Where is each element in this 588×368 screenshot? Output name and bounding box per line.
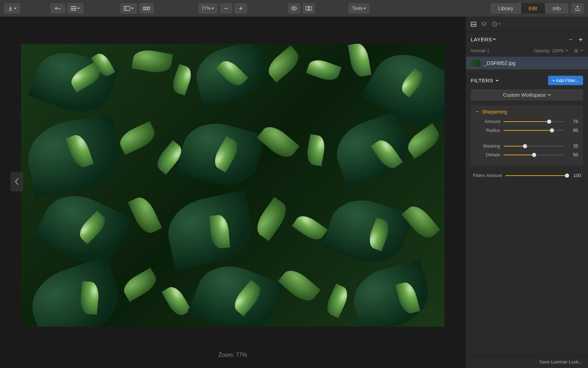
layers-panel-header[interactable]: LAYERS [466,32,588,46]
zoom-level-label: 77% [202,6,211,11]
layer-item[interactable]: _DSF8952.jpg [466,57,588,69]
share-icon [575,6,580,11]
slider-track[interactable] [504,146,564,146]
slider-label: Dehalo [476,152,500,157]
tools-label: Tools [352,6,363,11]
right-sidebar: LAYERS Normal Opacity: 100% [465,17,588,368]
undo-button[interactable] [50,3,65,14]
list-view-button[interactable] [67,3,83,14]
filters-amount-value: 100 [570,173,581,178]
add-layer-button[interactable] [578,37,583,42]
undo-icon [55,6,61,11]
compare-button[interactable] [302,3,315,14]
image-icon [471,22,476,27]
svg-rect-0 [71,6,76,7]
slider-amount: Amount 75 [476,119,578,124]
slider-value: 50 [568,152,578,157]
clock-icon [492,21,497,27]
svg-rect-13 [309,7,312,10]
compare-icon [306,6,312,11]
layer-name-label: _DSF8952.jpg [484,60,516,66]
remove-layer-button[interactable] [568,37,573,42]
chevron-down-icon [14,7,17,10]
tab-info[interactable]: Info [545,3,568,14]
svg-rect-3 [124,6,130,11]
chevron-down-icon [131,7,134,10]
mode-tabs: Library Edit Info [491,3,568,14]
filter-title-label[interactable]: Sharpening [482,109,507,115]
layers-icon [481,21,487,27]
svg-rect-15 [471,22,476,26]
add-filter-button[interactable]: + Add Filter... [548,76,583,85]
main-area: Zoom: 77% LAYERS [0,17,588,368]
workspace-label: Custom Workspace [503,92,546,98]
preview-button[interactable] [288,3,300,14]
chevron-down-icon [566,49,568,52]
chevron-down-icon [498,23,500,25]
chevron-down-icon [548,94,551,97]
opacity-value[interactable]: 100% [552,48,564,53]
blend-mode-label: Normal [471,48,485,53]
svg-rect-12 [306,7,308,10]
zoom-out-button[interactable] [220,3,232,14]
slider-dehalo: Dehalo 50 [476,152,578,157]
blend-mode-dropdown[interactable]: Normal [471,48,490,53]
chevron-down-icon [211,7,214,10]
zoom-in-button[interactable] [234,3,247,14]
slider-value: 75 [568,119,578,124]
tools-dropdown[interactable]: Tools [349,3,370,14]
chevron-down-icon [496,79,499,82]
svg-rect-5 [143,7,145,10]
sidebar-toggle-button[interactable] [120,3,137,14]
save-look-button[interactable]: Save Luminar Look... [466,355,588,368]
canvas-viewport[interactable] [0,17,465,346]
canvas-area: Zoom: 77% [0,17,465,368]
top-toolbar: 77% Tools Library Edit Info [0,0,588,17]
triangle-down-icon [476,110,479,114]
slider-masking: Masking 35 [476,143,578,149]
filter-disclosure-button[interactable] [476,110,479,114]
previous-image-button[interactable] [10,172,23,191]
sidebar-icon [124,6,130,11]
tab-edit[interactable]: Edit [521,3,545,14]
layers-title: LAYERS [471,36,492,42]
chevron-down-icon [581,49,583,52]
opacity-label: Opacity: [534,48,551,53]
chevron-left-icon [14,178,19,185]
filmstrip-icon [143,7,150,10]
updown-icon [487,49,490,53]
plus-icon [239,6,243,11]
layer-thumbnail [471,60,481,67]
slider-label: Radius [476,128,500,133]
filter-panel-sharpening: Sharpening Amount 75 Radius 80 [471,105,583,166]
svg-rect-6 [146,7,147,10]
layer-settings-button[interactable] [574,48,579,53]
svg-rect-1 [71,8,76,9]
image-preview[interactable] [21,44,444,327]
plus-icon [578,37,583,42]
minus-icon [568,37,573,42]
sidebar-tabs [466,17,588,32]
slider-track[interactable] [504,130,564,131]
histogram-tab-icon[interactable] [471,22,476,27]
eye-icon [291,6,297,11]
layer-controls: Normal Opacity: 100% [466,46,588,57]
filmstrip-button[interactable] [139,3,154,14]
slider-track[interactable] [504,121,564,122]
share-button[interactable] [571,3,584,14]
filters-panel-header: FILTERS + Add Filter... [466,69,588,89]
filters-amount-row: Filters Amount 100 [466,171,588,182]
zoom-status-label: Zoom: 77% [0,346,465,368]
history-tab-icon[interactable] [492,21,500,27]
layers-tab-icon[interactable] [481,21,487,27]
zoom-level-dropdown[interactable]: 77% [198,3,218,14]
filters-amount-slider[interactable] [505,175,567,176]
tab-library[interactable]: Library [491,3,521,14]
export-button[interactable] [4,3,20,14]
filters-title[interactable]: FILTERS [471,77,499,83]
slider-value: 35 [568,143,578,149]
slider-track[interactable] [504,155,564,155]
workspace-dropdown[interactable]: Custom Workspace [471,89,583,101]
filters-amount-label: Filters Amount [473,173,502,178]
svg-point-11 [293,8,295,9]
